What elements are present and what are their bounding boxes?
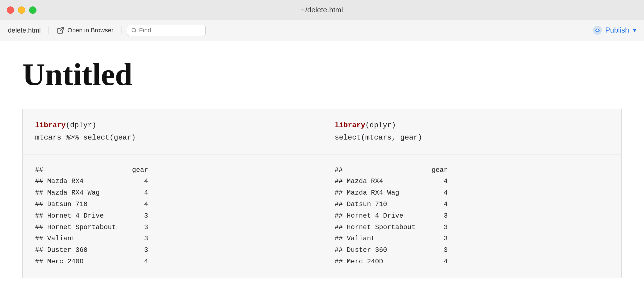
right-code-line2: select(mtcars, gear) (335, 133, 422, 142)
output-panels-grid: ## gear ## Mazda RX4 4 ## Mazda RX4 Wag … (22, 154, 622, 278)
open-browser-icon (57, 26, 65, 34)
titlebar: ~/delete.html (0, 0, 644, 20)
right-output-panel: ## gear ## Mazda RX4 4 ## Mazda RX4 Wag … (322, 154, 622, 278)
search-input[interactable] (139, 27, 201, 34)
left-code-line1-rest: (dplyr) (66, 121, 96, 129)
right-code-panel: library(dplyr) select(mtcars, gear) (322, 109, 622, 154)
right-code-block: library(dplyr) select(mtcars, gear) (335, 119, 609, 144)
left-code-line2: mtcars %>% select(gear) (35, 133, 136, 142)
left-code-block: library(dplyr) mtcars %>% select(gear) (35, 119, 310, 144)
right-code-line1-rest: (dplyr) (365, 121, 396, 129)
svg-point-4 (596, 29, 599, 31)
svg-line-0 (60, 27, 64, 31)
filename-label: delete.html (8, 26, 49, 34)
svg-line-2 (135, 31, 136, 32)
search-box[interactable] (127, 25, 206, 36)
close-button[interactable] (7, 6, 14, 14)
traffic-lights (7, 6, 36, 14)
left-code-panel: library(dplyr) mtcars %>% select(gear) (22, 109, 322, 154)
publish-label: Publish (605, 26, 629, 35)
right-keyword-1: library (335, 121, 365, 129)
publish-dropdown-icon[interactable]: ▾ (633, 27, 636, 34)
document-title: Untitled (22, 57, 622, 92)
left-keyword-1: library (35, 121, 66, 129)
right-output-block: ## gear ## Mazda RX4 4 ## Mazda RX4 Wag … (335, 165, 609, 268)
main-content: Untitled library(dplyr) mtcars %>% selec… (0, 40, 644, 292)
search-icon (131, 27, 137, 33)
publish-logo-icon (592, 25, 602, 35)
code-panels-grid: library(dplyr) mtcars %>% select(gear) l… (22, 109, 622, 154)
publish-button[interactable]: Publish (592, 25, 629, 35)
toolbar: delete.html Open in Browser Publish ▾ (0, 20, 644, 40)
left-output-block: ## gear ## Mazda RX4 4 ## Mazda RX4 Wag … (35, 165, 310, 268)
publish-area[interactable]: Publish ▾ (592, 25, 636, 35)
left-output-panel: ## gear ## Mazda RX4 4 ## Mazda RX4 Wag … (22, 154, 322, 278)
maximize-button[interactable] (29, 6, 36, 14)
open-browser-label: Open in Browser (67, 27, 113, 34)
window-title: ~/delete.html (301, 6, 343, 14)
minimize-button[interactable] (18, 6, 25, 14)
open-in-browser-button[interactable]: Open in Browser (49, 26, 121, 34)
